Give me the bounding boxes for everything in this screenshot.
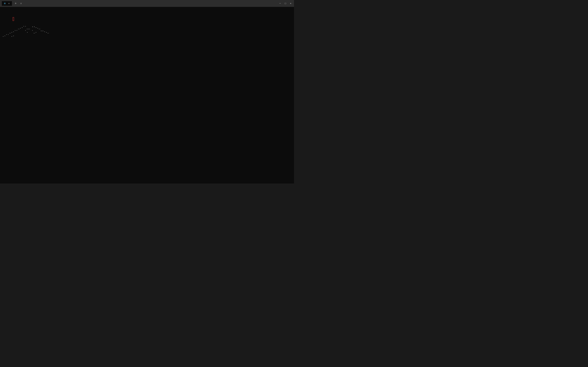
left-window-controls: ─ □ ✕ [279,2,292,5]
left-tab[interactable]: ⊞ ✕ [2,1,12,6]
cmd-icon: ⊞ [4,2,6,5]
left-title-bar: ⊞ ✕ + ∨ ─ □ ✕ [0,0,294,7]
left-terminal: ⊞ ✕ + ∨ ─ □ ✕ _.-``__ ''-._ _.-`` [0,0,294,184]
left-close-btn[interactable]: ✕ [289,2,292,5]
redis-server-cmd [13,17,14,21]
left-tab-area: ⊞ ✕ + ∨ [2,1,279,6]
left-add-tab-btn[interactable]: + [13,2,18,5]
left-minimize-btn[interactable]: ─ [279,2,282,5]
left-restore-btn[interactable]: □ [284,2,287,5]
left-prompt1 [2,13,292,25]
left-close-tab-btn[interactable]: ✕ [8,2,10,5]
left-dropdown-arrow[interactable]: ∨ [19,2,23,5]
redis-ascii-art: _.-``__ ''-._ _.-`` `. `_. ''-._ .-`` .- [2,25,49,38]
left-terminal-content: _.-``__ ''-._ _.-`` `. `_. ''-._ .-`` .- [0,7,294,184]
left-blank1 [2,9,292,13]
ascii-art-row: _.-``__ ''-._ _.-`` `. `_. ''-._ .-`` .- [2,25,292,38]
